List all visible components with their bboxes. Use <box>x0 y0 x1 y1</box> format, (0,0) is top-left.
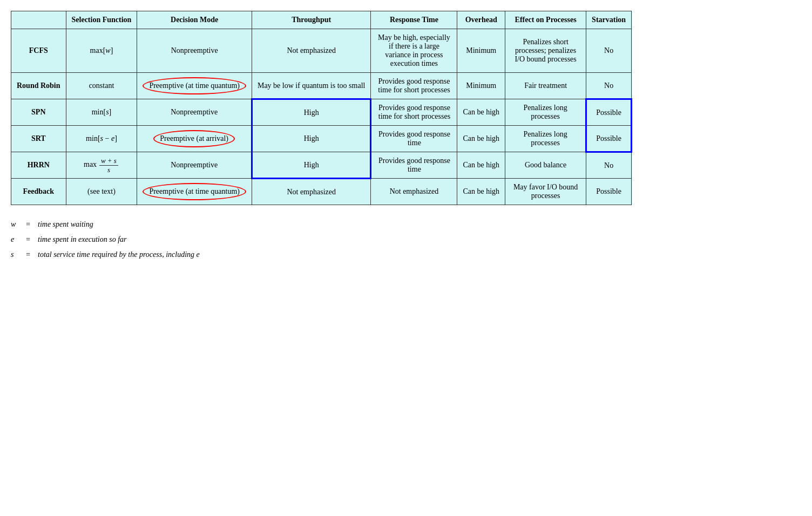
decision-feedback: Preemptive (at time quantum) <box>137 179 252 205</box>
starvation-feedback: Possible <box>586 179 632 205</box>
decision-spn: Nonpreemptive <box>137 99 252 126</box>
legend-item-w: w=time spent waiting <box>11 217 801 232</box>
legend-item-s: s=total service time required by the pro… <box>11 247 801 262</box>
response-feedback: Not emphasized <box>371 179 457 205</box>
effect-hrrn: Good balance <box>505 152 586 179</box>
throughput-fcfs: Not emphasized <box>252 29 370 73</box>
effect-round-robin: Fair treatment <box>505 73 586 99</box>
legend-item-e: e=time spent in execution so far <box>11 232 801 247</box>
header-decision: Decision Mode <box>137 11 252 29</box>
header-response: Response Time <box>371 11 457 29</box>
row-label-round-robin: Round Robin <box>11 73 66 99</box>
response-fcfs: May be high, especially if there is a la… <box>371 29 457 73</box>
row-label-fcfs: FCFS <box>11 29 66 73</box>
header-effect: Effect on Processes <box>505 11 586 29</box>
effect-srt: Penalizes long processes <box>505 126 586 152</box>
legend: w=time spent waitinge=time spent in exec… <box>11 217 801 262</box>
row-label-hrrn: HRRN <box>11 152 66 179</box>
header-starvation: Starvation <box>586 11 632 29</box>
starvation-srt: Possible <box>586 126 632 152</box>
selection-fcfs: max[w] <box>66 29 137 73</box>
header-overhead: Overhead <box>457 11 505 29</box>
throughput-hrrn: High <box>252 152 370 179</box>
throughput-feedback: Not emphasized <box>252 179 370 205</box>
header-throughput: Throughput <box>252 11 370 29</box>
overhead-hrrn: Can be high <box>457 152 505 179</box>
throughput-srt: High <box>252 126 370 152</box>
header-selection: Selection Function <box>66 11 137 29</box>
decision-fcfs: Nonpreemptive <box>137 29 252 73</box>
overhead-feedback: Can be high <box>457 179 505 205</box>
selection-feedback: (see text) <box>66 179 137 205</box>
selection-spn: min[s] <box>66 99 137 126</box>
response-spn: Provides good response time for short pr… <box>371 99 457 126</box>
overhead-round-robin: Minimum <box>457 73 505 99</box>
throughput-round-robin: May be low if quantum is too small <box>252 73 370 99</box>
overhead-srt: Can be high <box>457 126 505 152</box>
decision-srt: Preemptive (at arrival) <box>137 126 252 152</box>
row-label-feedback: Feedback <box>11 179 66 205</box>
starvation-spn: Possible <box>586 99 632 126</box>
decision-hrrn: Nonpreemptive <box>137 152 252 179</box>
throughput-spn: High <box>252 99 370 126</box>
overhead-fcfs: Minimum <box>457 29 505 73</box>
scheduling-table: Selection Function Decision Mode Through… <box>11 11 632 205</box>
row-label-spn: SPN <box>11 99 66 126</box>
selection-srt: min[s − e] <box>66 126 137 152</box>
decision-round-robin: Preemptive (at time quantum) <box>137 73 252 99</box>
response-srt: Provides good response time <box>371 126 457 152</box>
starvation-hrrn: No <box>586 152 632 179</box>
response-round-robin: Provides good response time for short pr… <box>371 73 457 99</box>
effect-fcfs: Penalizes short processes; penalizes I/O… <box>505 29 586 73</box>
effect-feedback: May favor I/O bound processes <box>505 179 586 205</box>
selection-hrrn: max w + ss <box>66 152 137 179</box>
row-label-srt: SRT <box>11 126 66 152</box>
header-algorithm <box>11 11 66 29</box>
overhead-spn: Can be high <box>457 99 505 126</box>
starvation-fcfs: No <box>586 29 632 73</box>
starvation-round-robin: No <box>586 73 632 99</box>
selection-round-robin: constant <box>66 73 137 99</box>
response-hrrn: Provides good response time <box>371 152 457 179</box>
effect-spn: Penalizes long processes <box>505 99 586 126</box>
